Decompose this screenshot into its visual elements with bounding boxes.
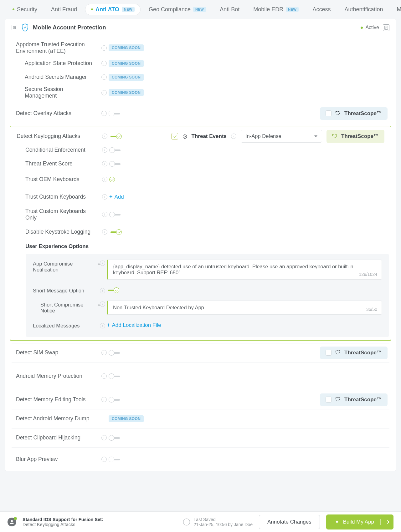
row-oem: Trust OEM Keyboards i <box>12 171 389 188</box>
row-met: Detect Memory Editing Tools i 🛡 ThreatSc… <box>12 393 389 407</box>
tab-geo-compliance[interactable]: Geo ComplianceNEW <box>143 4 212 15</box>
toggle-overlay[interactable] <box>109 110 121 117</box>
tab-mobile-edr[interactable]: Mobile EDRNEW <box>248 4 304 15</box>
info-icon[interactable]: i <box>102 194 107 200</box>
coming-soon-badge: COMING SOON <box>109 60 144 67</box>
info-icon[interactable]: i <box>102 177 107 182</box>
row-clip: Detect Clipboard Hijacking i <box>12 431 389 445</box>
row-overlay: Detect Overlay Attacks i 🛡 ThreatScope™ <box>12 107 389 120</box>
threatscope-chip[interactable]: 🛡 ThreatScope™ <box>320 107 388 120</box>
toggle-disable-log[interactable] <box>109 229 122 235</box>
char-count: 36/50 <box>366 307 377 312</box>
coming-soon-badge: COMING SOON <box>109 44 144 51</box>
new-badge: NEW <box>286 7 299 12</box>
label-short-notice: Short Compromise Notice <box>40 302 95 314</box>
info-icon[interactable]: i <box>102 147 107 153</box>
label-met: Detect Memory Editing Tools <box>12 394 99 405</box>
info-icon[interactable]: i <box>101 111 107 116</box>
label-keylog: Detect Keylogging Attacks <box>12 131 100 141</box>
info-icon[interactable]: i <box>102 229 107 235</box>
toggle-custom-only[interactable] <box>109 211 122 218</box>
threatscope-checkbox[interactable] <box>326 350 332 356</box>
label-amp: Android Memory Protection <box>12 371 99 381</box>
info-icon[interactable]: i <box>102 212 107 217</box>
label-cond: Conditional Enforcement <box>12 145 100 155</box>
status-dot-icon <box>91 8 93 10</box>
check-oem[interactable] <box>109 177 115 182</box>
info-icon[interactable]: i <box>102 134 107 139</box>
info-icon[interactable]: i <box>101 397 107 402</box>
add-localization-button[interactable]: +Add Localization File <box>107 322 382 328</box>
new-badge: NEW <box>122 7 135 12</box>
info-icon[interactable]: i <box>101 45 107 51</box>
notification-textbox[interactable]: {app_display_name} detected use of an un… <box>107 260 382 280</box>
toggle-short-opt[interactable] <box>107 287 119 293</box>
threatscope-chip-active[interactable]: 🛡 ThreatScope™ <box>326 130 384 143</box>
info-icon[interactable]: i <box>101 373 107 379</box>
toggle-blur[interactable] <box>109 456 121 463</box>
info-icon[interactable]: i <box>101 74 107 80</box>
toggle-cond[interactable] <box>109 147 122 153</box>
threatscope-chip[interactable]: 🛡 ThreatScope™ <box>320 347 388 359</box>
toggle-met[interactable] <box>109 397 121 403</box>
label-asm: Android Secrets Manager <box>12 72 99 82</box>
threatscope-chip[interactable]: 🛡 ThreatScope™ <box>320 393 388 406</box>
row-amp: Android Memory Protection i <box>12 365 389 388</box>
row-custom-only: Trust Custom Keyboards Only i <box>12 206 389 223</box>
toggle-clip[interactable] <box>109 435 121 441</box>
row-keylog: Detect Keylogging Attacks i ◎ Threat Eve… <box>12 129 389 143</box>
coming-soon-badge: COMING SOON <box>109 89 144 96</box>
threatscope-checkbox[interactable] <box>326 397 332 403</box>
state-icon[interactable] <box>383 24 389 31</box>
toggle-amp[interactable] <box>109 373 121 379</box>
label-short-opt: Short Message Option <box>33 288 84 294</box>
row-short-notice: Short Compromise Notice * i Non Trusted … <box>33 301 382 315</box>
label-ssm: Secure Session Management <box>12 84 99 101</box>
info-icon[interactable]: i <box>100 301 105 307</box>
label-asp: Application State Protection <box>12 58 99 68</box>
tab-anti-ato[interactable]: Anti ATONEW <box>85 4 141 15</box>
new-badge: NEW <box>193 7 206 12</box>
threat-events-checkbox[interactable] <box>171 133 178 140</box>
row-short-opt: Short Message Option i <box>33 286 382 294</box>
tab-authentification[interactable]: Authentification <box>339 4 388 15</box>
tab-anti-fraud[interactable]: Anti Fraud <box>45 4 83 15</box>
info-icon[interactable]: i <box>101 90 107 95</box>
info-icon[interactable]: i <box>100 261 105 266</box>
toggle-keylog[interactable] <box>109 133 122 139</box>
panel-content: Appdome Trusted Execution Environment (a… <box>5 36 396 471</box>
row-custom: Trust Custom Keyboards i +Add <box>12 188 389 206</box>
expand-icon[interactable]: ⊞ <box>12 25 17 30</box>
add-custom-button[interactable]: +Add <box>109 194 124 200</box>
label-custom: Trust Custom Keyboards <box>12 192 100 202</box>
chevron-down-icon <box>314 135 317 137</box>
row-ssm: Secure Session Management i COMING SOON <box>12 84 389 101</box>
info-icon[interactable]: i <box>100 288 105 293</box>
info-icon[interactable]: i <box>102 161 107 166</box>
defense-select[interactable]: In-App Defense <box>241 130 322 143</box>
info-icon[interactable]: i <box>101 61 107 66</box>
threat-events-icon: ◎ <box>183 133 187 139</box>
tab-management[interactable]: Management <box>391 4 401 15</box>
tab-access[interactable]: Access <box>307 4 336 15</box>
row-tescore: Threat Event Score i <box>12 157 389 171</box>
label-amd: Detect Android Memory Dump <box>12 413 99 424</box>
main-panel: ⊞ Mobile Account Protection Active Appdo… <box>5 19 396 471</box>
tab-security[interactable]: Security <box>7 4 43 15</box>
threatscope-icon: 🛡 <box>335 397 341 403</box>
info-icon[interactable]: i <box>100 323 105 328</box>
label-sim: Detect SIM Swap <box>12 347 99 358</box>
info-icon[interactable]: i <box>101 457 107 462</box>
tab-anti-bot[interactable]: Anti Bot <box>214 4 245 15</box>
label-localized: Localized Messages <box>33 323 80 329</box>
label-oem: Trust OEM Keyboards <box>12 174 100 185</box>
threatscope-checkbox[interactable] <box>326 110 332 116</box>
toggle-sim[interactable] <box>109 350 121 356</box>
info-icon[interactable]: i <box>101 435 107 440</box>
info-icon[interactable]: i <box>101 350 107 355</box>
short-notice-textbox[interactable]: Non Trusted Keyboard Detected by App 36/… <box>107 301 382 315</box>
toggle-tescore[interactable] <box>109 161 122 167</box>
threatscope-icon: 🛡 <box>332 133 337 139</box>
row-blur: Blur App Preview i <box>12 450 389 469</box>
info-icon[interactable]: i <box>231 134 236 139</box>
